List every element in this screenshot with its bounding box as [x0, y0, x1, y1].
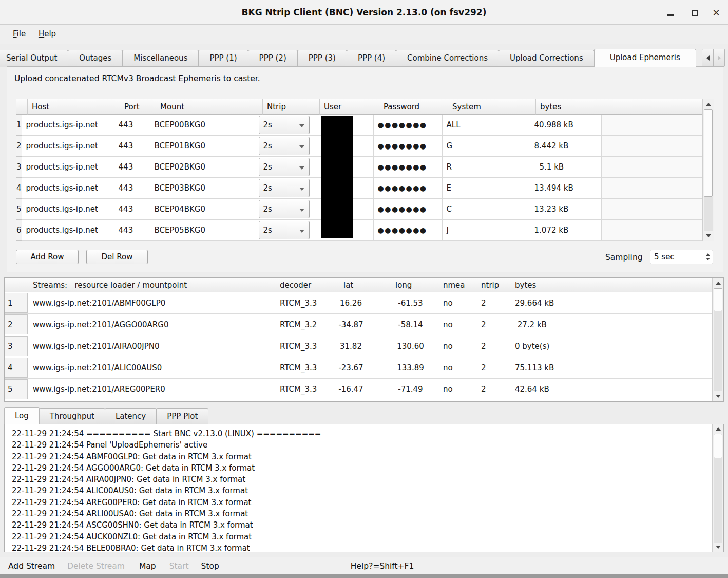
- stream-row[interactable]: 2 www.igs-ip.net:2101/AGGO00ARG0 RTCM_3.…: [5, 314, 712, 335]
- cell-system[interactable]: C: [443, 199, 530, 220]
- stream-row[interactable]: 4 www.igs-ip.net:2101/ALIC00AUS0 RTCM_3.…: [5, 357, 712, 379]
- cell-host[interactable]: products.igs-ip.net: [22, 136, 114, 157]
- row-number[interactable]: 6: [16, 220, 22, 241]
- add-row-button[interactable]: Add Row: [16, 250, 79, 264]
- log-view[interactable]: 22-11-29 21:24:54 ========== Start BNC v…: [4, 424, 724, 552]
- scroll-down-button[interactable]: [703, 231, 714, 241]
- cell-system[interactable]: R: [443, 157, 530, 178]
- scroll-up-button[interactable]: [713, 278, 723, 288]
- cell-port[interactable]: 443: [114, 115, 150, 136]
- ntrip-version-dropdown[interactable]: 2s: [259, 116, 310, 134]
- map-button[interactable]: Map: [139, 562, 156, 571]
- scroll-down-button[interactable]: [713, 391, 723, 401]
- tab-upload-ephemeris[interactable]: Upload Ephemeris: [594, 49, 696, 67]
- tab-upload-corrections[interactable]: Upload Corrections: [499, 50, 595, 67]
- cell-port[interactable]: 443: [114, 199, 150, 220]
- sampling-spinbox[interactable]: 5 sec: [650, 250, 713, 264]
- cell-host[interactable]: products.igs-ip.net: [22, 199, 114, 220]
- row-number[interactable]: 1: [16, 115, 22, 136]
- stream-row[interactable]: 1 www.igs-ip.net:2101/ABMF00GLP0 RTCM_3.…: [5, 292, 712, 314]
- tab-latency[interactable]: Latency: [105, 408, 157, 424]
- cell-password[interactable]: ●●●●●●●: [374, 199, 443, 220]
- row-number[interactable]: 3: [16, 157, 22, 178]
- cell-mount[interactable]: BCEP00BKG0: [150, 115, 257, 136]
- cell-system[interactable]: G: [443, 136, 530, 157]
- cell-host[interactable]: products.igs-ip.net: [22, 220, 114, 241]
- scroll-down-button[interactable]: [713, 543, 723, 552]
- tab-scroll-left-button[interactable]: [702, 49, 714, 67]
- cell-mount[interactable]: BCEP03BKG0: [150, 178, 257, 199]
- scrollbar-handle[interactable]: [714, 288, 722, 311]
- add-stream-button[interactable]: Add Stream: [8, 562, 55, 571]
- cell-mount[interactable]: BCEP02BKG0: [150, 157, 257, 178]
- log-scrollbar[interactable]: [712, 424, 723, 552]
- scrollbar-handle[interactable]: [704, 109, 713, 197]
- stream-row-number[interactable]: 4: [5, 358, 28, 378]
- cell-system[interactable]: ALL: [443, 115, 530, 136]
- upload-table-scrollbar[interactable]: [702, 99, 714, 241]
- close-button[interactable]: ✕: [710, 6, 723, 20]
- cell-filler: [602, 157, 702, 178]
- cell-port[interactable]: 443: [114, 220, 150, 241]
- cell-mount[interactable]: BCEP01BKG0: [150, 136, 257, 157]
- cell-password[interactable]: ●●●●●●●: [374, 115, 443, 136]
- stream-row-number[interactable]: 5: [5, 379, 28, 399]
- tab-combine-corrections[interactable]: Combine Corrections: [396, 50, 499, 67]
- stream-row[interactable]: 3 www.igs-ip.net:2101/AIRA00JPN0 RTCM_3.…: [5, 335, 712, 357]
- tab-outages[interactable]: Outages: [68, 50, 123, 67]
- cell-host[interactable]: products.igs-ip.net: [22, 157, 114, 178]
- tab-ppp-plot[interactable]: PPP Plot: [156, 408, 208, 424]
- cell-system[interactable]: J: [443, 220, 530, 241]
- streams-scrollbar[interactable]: [712, 278, 723, 401]
- tab-ppp-3[interactable]: PPP (3): [297, 50, 347, 67]
- stream-long: 133.89: [388, 363, 437, 372]
- stream-row-number[interactable]: 2: [5, 314, 28, 334]
- tab-throughput[interactable]: Throughput: [39, 408, 105, 424]
- row-number[interactable]: 2: [16, 136, 22, 157]
- ntrip-version-dropdown[interactable]: 2s: [259, 200, 310, 218]
- streams-header-rownum: [5, 278, 28, 292]
- tab-log[interactable]: Log: [4, 407, 40, 424]
- tab-ppp-4[interactable]: PPP (4): [347, 50, 396, 67]
- minimize-button[interactable]: [663, 6, 677, 20]
- cell-password[interactable]: ●●●●●●●: [374, 157, 443, 178]
- stream-row-number[interactable]: 1: [5, 293, 28, 313]
- ntrip-version-dropdown[interactable]: 2s: [259, 221, 310, 239]
- cell-password[interactable]: ●●●●●●●: [374, 178, 443, 199]
- spin-down-icon[interactable]: [706, 258, 710, 260]
- cell-password[interactable]: ●●●●●●●: [374, 220, 443, 241]
- tab-scroll-right-button[interactable]: [713, 49, 725, 67]
- menu-file[interactable]: File: [8, 25, 31, 44]
- tab-miscellaneous[interactable]: Miscellaneous: [122, 50, 199, 67]
- spin-up-icon[interactable]: [706, 253, 710, 256]
- maximize-button[interactable]: [688, 6, 701, 20]
- scroll-up-button[interactable]: [703, 99, 714, 109]
- stream-row[interactable]: 5 www.igs-ip.net:2101/AREG00PER0 RTCM_3.…: [5, 379, 712, 400]
- cell-system[interactable]: E: [443, 178, 530, 199]
- row-number[interactable]: 5: [16, 199, 22, 220]
- ntrip-version-dropdown[interactable]: 2s: [259, 179, 310, 197]
- scrollbar-groove[interactable]: [704, 197, 713, 231]
- scroll-up-button[interactable]: [713, 424, 723, 434]
- cell-port[interactable]: 443: [114, 136, 150, 157]
- cell-port[interactable]: 443: [114, 157, 150, 178]
- menu-help[interactable]: Help: [33, 25, 61, 44]
- stop-button[interactable]: Stop: [201, 562, 219, 571]
- stream-row-number[interactable]: 3: [5, 336, 28, 356]
- row-number[interactable]: 4: [16, 178, 22, 199]
- tab-ppp-2[interactable]: PPP (2): [248, 50, 298, 67]
- cell-port[interactable]: 443: [114, 178, 150, 199]
- scrollbar-groove[interactable]: [714, 458, 722, 543]
- scrollbar-handle[interactable]: [714, 434, 722, 458]
- cell-password[interactable]: ●●●●●●●: [374, 136, 443, 157]
- ntrip-version-dropdown[interactable]: 2s: [259, 137, 310, 155]
- scrollbar-groove[interactable]: [714, 311, 722, 391]
- tab-serial-output[interactable]: Serial Output: [0, 50, 68, 67]
- del-row-button[interactable]: Del Row: [86, 250, 148, 264]
- cell-host[interactable]: products.igs-ip.net: [22, 115, 114, 136]
- tab-ppp-1[interactable]: PPP (1): [198, 50, 248, 67]
- ntrip-version-dropdown[interactable]: 2s: [259, 158, 310, 176]
- cell-host[interactable]: products.igs-ip.net: [22, 178, 114, 199]
- cell-mount[interactable]: BCEP04BKG0: [150, 199, 257, 220]
- cell-mount[interactable]: BCEP05BKG0: [150, 220, 257, 241]
